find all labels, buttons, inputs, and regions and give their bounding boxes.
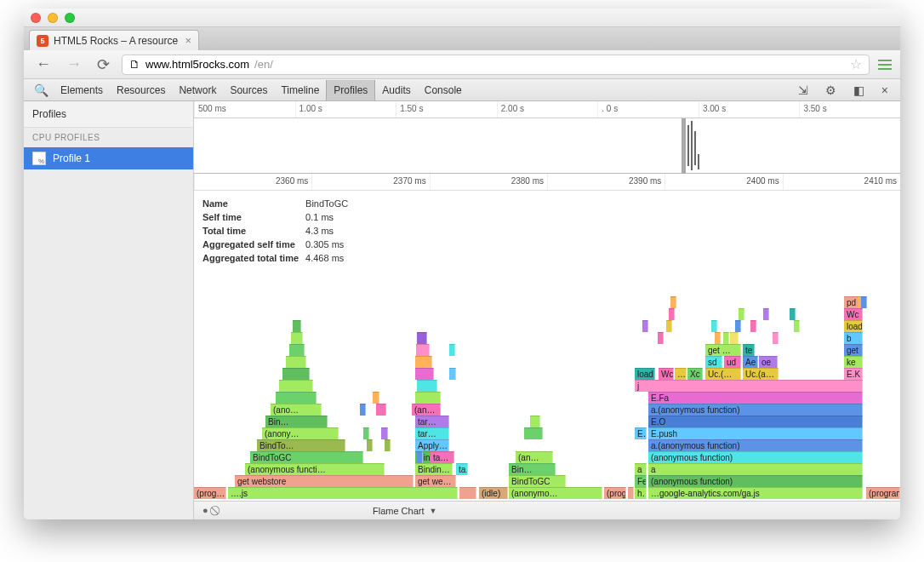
flame-frame[interactable]: E.Fa [648, 392, 863, 404]
flame-frame[interactable]: (ano… [271, 404, 322, 416]
flame-frame[interactable] [276, 392, 317, 404]
flame-frame[interactable]: (program) [866, 487, 900, 499]
flame-frame[interactable]: (idle) [479, 487, 508, 499]
flame-frame[interactable]: Uc.(… [705, 368, 741, 380]
flame-frame[interactable]: Apply… [415, 439, 449, 451]
flame-frame[interactable]: (anonymous functi… [245, 463, 385, 475]
flame-frame[interactable] [658, 332, 664, 344]
flame-frame[interactable]: (anonymous function) [648, 475, 863, 487]
flame-frame[interactable]: Xc [687, 368, 703, 380]
flame-frame[interactable]: …google-analytics.com/ga.js [648, 487, 863, 499]
flame-frame[interactable] [415, 356, 432, 368]
flame-frame[interactable]: Ae [743, 356, 758, 368]
flame-frame[interactable] [381, 427, 388, 439]
flame-frame[interactable] [367, 439, 373, 451]
flame-frame[interactable] [417, 332, 427, 344]
flame-frame[interactable]: E.O [648, 416, 863, 427]
flame-frame[interactable] [417, 451, 423, 463]
drawer-toggle-icon[interactable]: ⇲ [793, 80, 813, 100]
flame-frame[interactable]: load [635, 368, 655, 380]
flame-frame[interactable]: tar… [415, 416, 449, 427]
flame-frame[interactable]: Bin… [509, 463, 556, 475]
flame-frame[interactable] [711, 320, 717, 332]
devtools-tab-sources[interactable]: Sources [223, 80, 274, 100]
flame-frame[interactable] [642, 320, 648, 332]
flame-frame[interactable]: h… [635, 487, 647, 499]
flame-frame[interactable]: te [743, 344, 755, 356]
flame-frame[interactable]: get webstore [235, 475, 414, 487]
flame-frame[interactable] [739, 308, 744, 320]
chrome-menu-icon[interactable] [878, 60, 892, 70]
flame-frame[interactable]: oe [759, 356, 778, 368]
flame-frame[interactable]: BindTo… [257, 439, 345, 451]
flame-frame[interactable]: BindToGC [509, 475, 566, 487]
flame-frame[interactable]: Bindin… [415, 463, 453, 475]
devtools-tab-audits[interactable]: Audits [375, 80, 417, 100]
devtools-tab-resources[interactable]: Resources [110, 80, 172, 100]
flame-frame[interactable] [360, 404, 366, 416]
flame-frame[interactable] [289, 344, 305, 356]
flame-frame[interactable]: ta… [456, 463, 468, 475]
flame-frame[interactable] [415, 368, 434, 380]
flame-frame[interactable]: Wc [659, 368, 674, 380]
record-icon[interactable]: ● [202, 505, 208, 516]
devtools-tab-profiles[interactable]: Profiles [326, 80, 375, 100]
flame-frame[interactable]: ke [844, 356, 863, 368]
flame-frame[interactable] [524, 427, 543, 439]
zoom-window-button[interactable] [65, 13, 75, 23]
flame-frame[interactable]: sd [705, 356, 722, 368]
flame-frame[interactable] [415, 392, 441, 404]
flame-frame[interactable]: get … [705, 344, 741, 356]
search-icon[interactable]: 🔍 [29, 80, 54, 100]
flame-frame[interactable] [715, 332, 721, 344]
flame-frame[interactable]: ta… [431, 451, 454, 463]
flame-frame[interactable] [459, 487, 476, 499]
flame-frame[interactable] [735, 320, 741, 332]
flame-frame[interactable] [666, 320, 672, 332]
flame-frame[interactable] [530, 416, 540, 427]
flame-frame[interactable]: Bin… [265, 416, 328, 427]
flame-frame[interactable]: (an… [412, 404, 441, 416]
close-tab-icon[interactable]: × [185, 34, 191, 47]
flame-frame[interactable] [723, 332, 729, 344]
flame-frame[interactable] [376, 404, 386, 416]
devtools-tab-elements[interactable]: Elements [54, 80, 110, 100]
flame-frame[interactable]: b [844, 332, 863, 344]
flame-frame[interactable]: (prog… [194, 487, 226, 499]
flame-chart[interactable]: NameBindToGCSelf time0.1 msTotal time4.3… [194, 191, 900, 501]
minimize-window-button[interactable] [48, 13, 58, 23]
flame-frame[interactable] [794, 320, 800, 332]
timeline-overview[interactable]: 500 ms1.00 s1.50 s2.00 s. 0 s3.00 s3.50 … [194, 101, 900, 174]
flame-frame[interactable] [449, 368, 456, 380]
bookmark-star-icon[interactable]: ☆ [850, 56, 862, 72]
flame-frame[interactable] [282, 368, 310, 380]
flame-frame[interactable]: get we… [415, 475, 456, 487]
flame-frame[interactable]: ….js [228, 487, 458, 499]
flame-frame[interactable] [293, 320, 301, 332]
reload-button[interactable]: ⟳ [94, 54, 113, 76]
flame-frame[interactable]: get [844, 344, 863, 356]
devtools-tab-timeline[interactable]: Timeline [274, 80, 326, 100]
flame-frame[interactable]: (anonymous function) [648, 451, 863, 463]
flame-frame[interactable] [416, 344, 430, 356]
flame-frame[interactable]: (an… [516, 451, 553, 463]
flame-frame[interactable]: Uc.(a… [743, 368, 779, 380]
flame-frame[interactable] [279, 380, 313, 392]
settings-gear-icon[interactable]: ⚙ [820, 80, 841, 100]
flame-frame[interactable]: Fe [635, 475, 647, 487]
flame-frame[interactable] [286, 356, 306, 368]
flame-frame[interactable]: … [675, 368, 687, 380]
flame-frame[interactable]: E.push [648, 427, 863, 439]
flame-frame[interactable]: BindToGC [250, 451, 363, 463]
flame-frame[interactable]: load [844, 320, 863, 332]
flame-frame[interactable]: E… [635, 427, 647, 439]
flame-frame[interactable]: (anony… [262, 427, 339, 439]
flame-frame[interactable]: (anonymo… [509, 487, 602, 499]
flame-frame[interactable]: a.(anonymous function) [648, 439, 863, 451]
flame-frame[interactable] [773, 332, 779, 344]
flame-frame[interactable]: ud [724, 356, 741, 368]
flame-frame[interactable] [750, 320, 756, 332]
browser-tab[interactable]: 5 HTML5 Rocks – A resource × [29, 30, 199, 50]
flame-frame[interactable]: Wc [844, 308, 863, 320]
flame-frame[interactable] [730, 332, 739, 344]
